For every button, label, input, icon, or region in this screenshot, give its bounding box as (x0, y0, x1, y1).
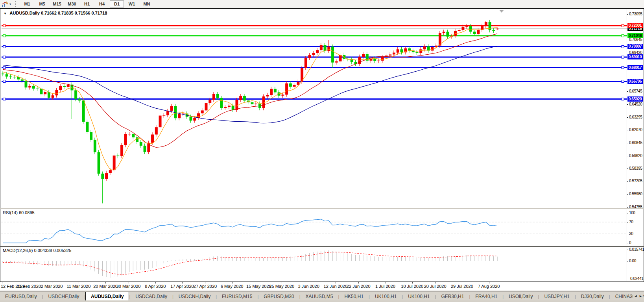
horizontal-level-line[interactable] (2, 35, 627, 37)
rsi-label: RSI(14) 60.0895 (3, 210, 35, 215)
macd-tick-label: 0.00 (629, 259, 636, 263)
macd-label: MACD(12,26,9) 0.004338 0.005325 (3, 248, 71, 253)
date-tick-label: 3 Jun 2020 (298, 284, 319, 289)
price-tick-label: 0.55980 (629, 192, 642, 196)
horizontal-level-line[interactable] (2, 45, 627, 48)
date-tick-label: 2 Mar 2020 (41, 284, 63, 289)
price-tick-mark (627, 194, 628, 195)
date-tick-mark (129, 282, 129, 283)
horizontal-level-line[interactable] (2, 24, 627, 27)
timeframe-button-MN[interactable]: MN (140, 0, 154, 7)
date-tick-label: 29 Jul 2020 (451, 284, 473, 289)
date-tick-mark (2, 282, 2, 283)
date-tick-mark (489, 282, 489, 283)
macd-tick-mark (627, 250, 628, 250)
price-tick-mark (627, 91, 628, 92)
date-tick-label: 22 Jun 2020 (347, 284, 371, 289)
date-tick-label: 8 Apr 2020 (145, 284, 166, 289)
chart-tab-usdjpy-h1[interactable]: USDJPY,H1 (539, 293, 574, 301)
chart-tab-eurusd-m15[interactable]: EURUSD,M15 (217, 293, 257, 301)
price-tick-mark (627, 40, 628, 40)
chart-tab-hk50-h1[interactable]: HK50,H1 (339, 293, 369, 301)
date-tick-label: 25 May 2020 (269, 284, 295, 289)
date-tick-label: 17 Apr 2020 (170, 284, 194, 289)
date-tick-mark (336, 282, 336, 283)
chart-tab-xauusd-m5[interactable]: XAUUSD,M5 (301, 293, 338, 301)
price-tick-mark (627, 53, 628, 53)
candlestick-canvas[interactable] (1, 9, 627, 208)
macd-axis[interactable]: 0.0157410.00-0.02441 (627, 247, 643, 281)
macd-canvas[interactable] (1, 247, 627, 281)
price-tick-label: 0.65745 (629, 89, 642, 93)
date-tick-mark (435, 282, 435, 283)
timeframe-button-M30[interactable]: M30 (65, 0, 79, 7)
chart-tab-usdchf-daily[interactable]: USDCHF,Daily (43, 293, 85, 301)
macd-pane[interactable]: MACD(12,26,9) 0.004338 0.005325 0.015741… (0, 246, 644, 282)
timeframe-button-W1[interactable]: W1 (125, 0, 139, 7)
price-tick-mark (627, 143, 628, 143)
chart-tab-usdcad-daily[interactable]: USDCAD,Daily (130, 293, 172, 301)
macd-tick-label: -0.02441 (629, 276, 643, 281)
price-tick-label: 0.60845 (629, 141, 642, 145)
chart-objects-icon[interactable] (2, 1, 9, 7)
chart-tab-usdcnh-daily[interactable]: USDCNH,Daily (173, 293, 216, 301)
level-price-chip: 0.71046 (627, 33, 643, 38)
rsi-tick-mark (627, 213, 628, 213)
chart-tab-eurusd-daily[interactable]: EURUSD,Daily (0, 293, 42, 301)
time-axis[interactable]: 12 Feb 202021 Feb 20202 Mar 202011 Mar 2… (0, 282, 644, 291)
date-tick-label: 20 Jul 2020 (424, 284, 447, 289)
price-tick-mark (627, 117, 628, 118)
level-price-chip: 0.69010 (627, 54, 643, 59)
chart-tab-uk100-h1[interactable]: UK100,H1 (403, 293, 435, 301)
timeframe-button-M15[interactable]: M15 (50, 0, 64, 7)
date-tick-mark (309, 282, 309, 283)
price-tick-mark (627, 169, 628, 169)
date-tick-label: 11 Mar 2020 (66, 284, 90, 289)
chart-tab-fra40-h1[interactable]: FRA40,H1 (470, 293, 502, 301)
price-axis[interactable]: 0.730950.706450.694200.657450.645200.632… (627, 9, 643, 208)
horizontal-level-line[interactable] (2, 67, 627, 69)
date-tick-mark (52, 282, 52, 283)
price-tick-label: 0.54755 (629, 205, 642, 209)
date-tick-mark (182, 282, 183, 283)
date-tick-label: 27 Apr 2020 (194, 284, 217, 289)
date-tick-mark (205, 282, 205, 283)
chart-tab-uk100-h1[interactable]: UK100,H1 (370, 293, 402, 301)
chart-shift-marker-icon[interactable] (499, 10, 504, 13)
price-tick-label: 0.59620 (629, 154, 642, 158)
rsi-canvas[interactable] (1, 209, 627, 245)
chart-tab-usoil-daily[interactable]: USOil,Daily (504, 293, 538, 301)
level-price-chip: 0.68017 (627, 65, 643, 70)
collapse-triangle-icon[interactable]: ▼ (4, 12, 7, 15)
chart-tab-gbpusd-m30[interactable]: GBPUSD,M30 (258, 293, 299, 301)
date-tick-label: 7 Aug 2020 (478, 284, 500, 289)
horizontal-level-line[interactable] (2, 98, 627, 100)
chart-tab-audusd-daily[interactable]: AUDUSD,Daily (85, 292, 129, 301)
timeframe-button-M5[interactable]: M5 (35, 0, 49, 7)
chevron-down-icon[interactable]: ▾ (9, 2, 11, 6)
chart-title-high: 0.71835 (58, 11, 74, 15)
date-tick-mark (259, 282, 259, 283)
date-tick-mark (232, 282, 233, 283)
date-tick-mark (79, 282, 79, 283)
date-tick-label: 30 Mar 2020 (116, 284, 141, 289)
timeframe-button-H4[interactable]: H4 (95, 0, 109, 7)
timeframe-button-H1[interactable]: H1 (80, 0, 94, 7)
price-tick-mark (627, 181, 628, 182)
rsi-tick-label: 70 (629, 220, 633, 224)
timeframe-button-D1[interactable]: D1 (110, 0, 124, 7)
tab-scroll-left-icon[interactable]: ◄ (634, 294, 637, 298)
rsi-pane[interactable]: RSI(14) 60.0895 10070300 (0, 209, 644, 246)
macd-tick-mark (627, 261, 628, 261)
rsi-axis[interactable]: 10070300 (627, 209, 643, 245)
tab-scroll-right-icon[interactable]: ► (639, 294, 642, 298)
chart-tab-ger30-h1[interactable]: GER30,H1 (436, 293, 469, 301)
rsi-tick-label: 100 (629, 211, 635, 215)
toolbar-grip[interactable] (15, 1, 16, 7)
chart-tab-bar: EURUSD,Daily|USDCHF,Daily|AUDUSD,Daily|U… (0, 291, 644, 301)
chart-tab-dj30-daily[interactable]: DJ30,Daily (576, 293, 609, 301)
horizontal-level-line[interactable] (2, 56, 627, 58)
date-tick-label: 10 Jul 2020 (401, 284, 423, 289)
timeframe-button-M1[interactable]: M1 (20, 0, 34, 7)
main-chart-pane[interactable]: ▼ AUDUSD,Daily 0.71662 0.71835 0.71566 0… (0, 8, 644, 208)
